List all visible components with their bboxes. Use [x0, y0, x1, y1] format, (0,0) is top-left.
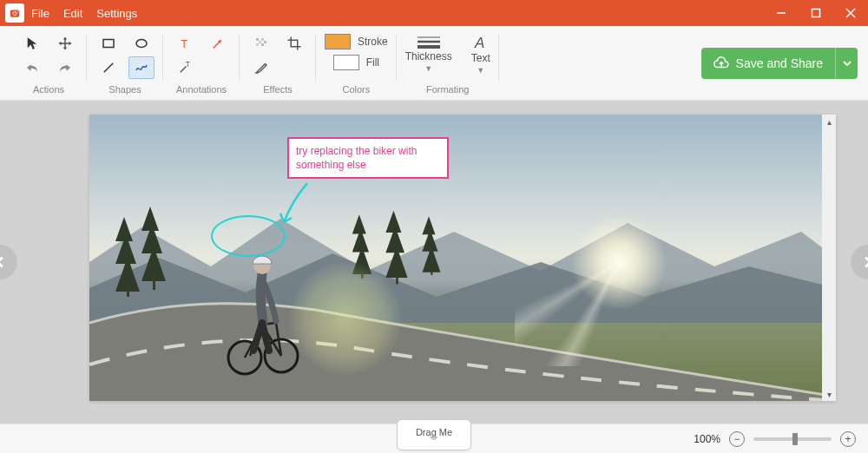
callout-tool[interactable]: T — [172, 56, 198, 79]
text-format-label: Text — [471, 52, 490, 64]
undo-button[interactable] — [19, 56, 45, 79]
svg-point-3 — [17, 11, 18, 12]
select-tool[interactable] — [19, 32, 45, 55]
group-annotations: T T Annotations — [163, 26, 240, 100]
save-dropdown[interactable] — [835, 48, 858, 79]
svg-text:T: T — [186, 61, 190, 69]
group-actions: Actions — [10, 26, 87, 100]
toolbar-ribbon: Actions Shapes T — [0, 26, 868, 101]
maximize-button[interactable] — [799, 0, 833, 26]
group-shapes: Shapes — [87, 26, 163, 100]
zoom-value: 100% — [694, 433, 720, 445]
undo-icon — [24, 60, 40, 76]
svg-text:T: T — [181, 38, 188, 50]
scroll-up-button[interactable]: ▴ — [822, 115, 836, 128]
scroll-down-button[interactable]: ▾ — [822, 387, 836, 401]
menu-settings[interactable]: Settings — [96, 7, 137, 20]
freeform-icon — [134, 60, 149, 76]
rectangle-tool[interactable] — [95, 32, 122, 55]
ellipse-tool[interactable] — [128, 32, 155, 55]
drag-handle[interactable]: Drag Me ︾ — [397, 419, 471, 450]
group-effects: Effects — [240, 26, 316, 100]
menu-edit[interactable]: Edit — [63, 7, 82, 20]
freeform-tool[interactable] — [128, 56, 155, 79]
redo-icon — [57, 60, 73, 76]
redo-button[interactable] — [52, 56, 78, 79]
next-image-button[interactable] — [851, 245, 868, 279]
chevron-down-icon: ▼ — [424, 64, 432, 73]
callout-icon: T — [177, 60, 193, 76]
rectangle-icon — [101, 36, 116, 51]
svg-rect-8 — [103, 40, 114, 48]
crop-icon — [286, 36, 302, 51]
chevron-left-icon — [0, 256, 6, 268]
chevron-down-icon — [843, 59, 852, 68]
thickness-icon — [416, 35, 442, 49]
svg-rect-5 — [812, 10, 820, 17]
stroke-color-swatch[interactable] — [325, 34, 351, 49]
image-canvas[interactable]: try replacing the biker with something e… — [89, 115, 836, 401]
menu-bar: File Edit Settings — [31, 7, 137, 20]
chevron-down-double-icon: ︾ — [430, 437, 438, 443]
text-format-dropdown[interactable]: A Text ▼ — [471, 35, 490, 75]
annotation-textbox[interactable]: try replacing the biker with something e… — [287, 137, 449, 179]
zoom-slider-thumb[interactable] — [792, 433, 798, 445]
highlight-tool[interactable] — [248, 56, 274, 79]
group-label-effects: Effects — [263, 84, 292, 96]
svg-rect-20 — [261, 43, 264, 46]
menu-file[interactable]: File — [31, 7, 49, 20]
svg-rect-19 — [256, 43, 259, 46]
group-formatting: Thickness ▼ A Text ▼ Formating — [397, 26, 499, 100]
svg-rect-17 — [259, 41, 261, 43]
annotation-ellipse[interactable] — [211, 215, 286, 257]
fill-color-swatch[interactable] — [333, 55, 359, 70]
group-label-annotations: Annotations — [176, 84, 227, 96]
crop-tool[interactable] — [281, 32, 307, 55]
svg-rect-15 — [256, 38, 259, 41]
zoom-controls: 100% − + — [694, 431, 868, 447]
arrow-icon — [210, 36, 226, 51]
chevron-right-icon — [862, 256, 868, 268]
title-bar: File Edit Settings — [0, 0, 868, 26]
arrow-tool[interactable] — [205, 32, 231, 55]
cloud-upload-icon — [713, 56, 729, 71]
line-tool[interactable] — [95, 56, 122, 79]
maximize-icon — [811, 8, 821, 18]
save-and-share-button[interactable]: Save and Share — [701, 48, 858, 79]
minimize-button[interactable] — [764, 0, 799, 26]
move-icon — [57, 36, 73, 51]
chevron-down-icon: ▼ — [477, 66, 484, 75]
text-format-icon: A — [472, 35, 490, 50]
annotation-arrow[interactable] — [277, 179, 312, 231]
road-illustration — [89, 262, 836, 401]
text-icon: T — [177, 36, 193, 51]
thickness-dropdown[interactable]: Thickness ▼ — [405, 35, 452, 73]
canvas-workspace: try replacing the biker with something e… — [0, 101, 868, 423]
blur-tool[interactable] — [248, 32, 274, 55]
previous-image-button[interactable] — [0, 245, 17, 279]
fill-label: Fill — [366, 56, 379, 69]
zoom-in-button[interactable]: + — [840, 431, 856, 447]
svg-point-9 — [136, 40, 147, 48]
svg-rect-16 — [261, 38, 264, 41]
camera-icon — [9, 7, 21, 19]
minimize-icon — [776, 8, 786, 18]
close-icon — [845, 8, 856, 18]
photo-content — [89, 115, 836, 401]
marker-icon — [253, 60, 269, 76]
text-tool[interactable]: T — [172, 32, 198, 55]
group-label-shapes: Shapes — [108, 84, 141, 96]
ellipse-icon — [134, 36, 149, 51]
close-button[interactable] — [833, 0, 868, 26]
zoom-out-button[interactable]: − — [729, 431, 745, 447]
zoom-slider[interactable] — [753, 437, 832, 441]
group-label-actions: Actions — [33, 84, 64, 96]
move-tool[interactable] — [52, 32, 78, 55]
svg-point-2 — [13, 12, 16, 15]
vertical-scrollbar[interactable]: ▴ ▾ — [822, 115, 836, 401]
line-icon — [101, 60, 116, 76]
annotation-text: try replacing the biker with something e… — [296, 145, 417, 171]
blur-icon — [253, 36, 269, 51]
save-label: Save and Share — [736, 56, 823, 70]
thickness-label: Thickness — [405, 50, 452, 62]
